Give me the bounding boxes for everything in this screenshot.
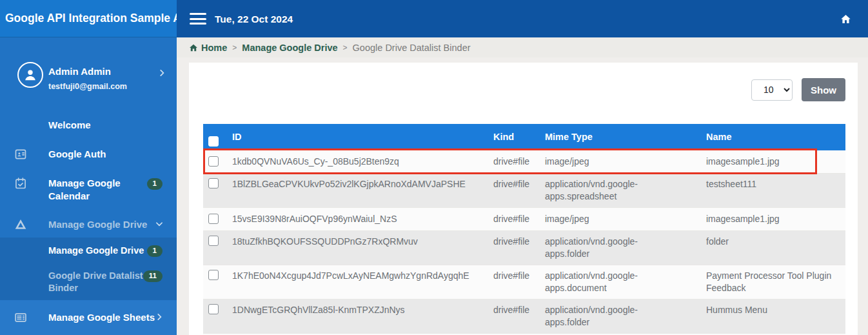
chevron-down-icon xyxy=(155,219,164,230)
row-checkbox[interactable] xyxy=(208,270,219,280)
cell-id: 18tuZfkhBQKOUFSSQUDDPnGz7RxQRMvuv xyxy=(226,231,487,265)
cell-kind: drive#file xyxy=(487,150,538,174)
table-row: 1kdb0QVNuVA6Us_Cy-_08Bu5j2Bten9zq drive#… xyxy=(203,150,845,174)
table-row: 18tuZfkhBQKOUFSSQUDDPnGz7RxQRMvuv drive#… xyxy=(203,231,845,265)
calendar-icon xyxy=(14,177,27,190)
cell-kind: drive#file xyxy=(487,265,538,299)
drive-files-table-wrap: ID Kind Mime Type Name 1kdb0QVNuVA6Us_Cy… xyxy=(203,124,845,335)
row-checkbox[interactable] xyxy=(208,214,219,224)
user-name: Admin Admin xyxy=(48,66,111,77)
count-badge: 11 xyxy=(143,270,163,282)
sidebar-subitem-google-drive-datalist-binder[interactable]: Google Drive Datalist Binder 11 xyxy=(0,270,177,294)
sidebar-item-manage-google-sheets[interactable]: Manage Google Sheets xyxy=(0,300,177,335)
cell-id: 1BlZBLGeaCPVKUkvPo52iv2lKGjpkARnoXdAMVJa… xyxy=(226,174,487,208)
count-badge: 1 xyxy=(147,178,163,190)
show-button[interactable]: Show xyxy=(802,78,845,101)
cell-id: 1kdb0QVNuVA6Us_Cy-_08Bu5j2Bten9zq xyxy=(226,150,487,174)
sidebar-item-welcome[interactable]: Welcome xyxy=(0,119,177,132)
breadcrumb-home-link[interactable]: Home xyxy=(201,43,227,53)
sidebar-item-label: Manage Google Calendar xyxy=(48,177,135,203)
drive-icon xyxy=(14,218,27,231)
cell-name: folder xyxy=(706,236,729,248)
user-avatar-icon xyxy=(17,62,43,88)
sidebar-item-manage-google-calendar[interactable]: Manage Google Calendar 1 xyxy=(0,177,177,203)
id-card-icon xyxy=(14,148,27,161)
row-checkbox[interactable] xyxy=(208,236,219,246)
select-all-checkbox[interactable] xyxy=(208,136,219,147)
topbar: Tue, 22 Oct 2024 xyxy=(177,0,868,37)
cell-mime: application/vnd.google-apps.spreadsheet xyxy=(545,178,660,203)
sidebar-item-google-auth[interactable]: Google Auth xyxy=(0,148,177,161)
cell-id: 15vsE9I39N8rAuiOQFVp96ynWaiul_NzS xyxy=(226,208,487,231)
column-header-mime: Mime Type xyxy=(538,124,700,150)
count-badge: 1 xyxy=(147,245,163,257)
cell-name: imagesample1.jpg xyxy=(706,213,780,225)
cell-mime: application/vnd.google-apps.folder xyxy=(545,304,660,329)
cell-mime: application/vnd.google-apps.folder xyxy=(545,236,660,260)
sheets-icon xyxy=(14,311,27,324)
cell-mime: image/jpeg xyxy=(545,213,589,225)
sidebar-item-label: Welcome xyxy=(48,119,177,132)
column-header-id: ID xyxy=(226,124,487,150)
cell-id: 1K7hE0oN4Xcgup4Jd7PcwLxAyNEAMgwhzYgnRdAy… xyxy=(226,265,487,299)
sidebar-subitem-manage-google-drive[interactable]: Manage Google Drive 1 xyxy=(0,245,177,257)
table-header-row: ID Kind Mime Type Name xyxy=(203,124,845,150)
sidebar-item-manage-google-drive[interactable]: Manage Google Drive xyxy=(0,218,177,231)
hamburger-menu-icon[interactable] xyxy=(190,13,206,25)
home-icon xyxy=(189,43,198,52)
cell-name: imagesample1.jpg xyxy=(706,156,780,168)
row-checkbox[interactable] xyxy=(208,156,219,167)
cell-name: Hummus Menu xyxy=(706,304,767,316)
sidebar-item-label: Google Auth xyxy=(48,148,177,161)
home-icon[interactable] xyxy=(840,14,851,27)
datalist-card: 10 Show ID Kind Mime Type Name xyxy=(189,63,858,335)
drive-files-table: ID Kind Mime Type Name 1kdb0QVNuVA6Us_Cy… xyxy=(203,124,845,335)
content-area: 10 Show ID Kind Mime Type Name xyxy=(177,57,868,335)
breadcrumb: Home > Manage Google Drive > Google Driv… xyxy=(177,37,868,57)
drive-submenu: Manage Google Drive 1 Google Drive Datal… xyxy=(0,238,177,300)
cell-id: 1DNwgETcGRQhVllZa85l-KnmTPXZJnNys xyxy=(226,299,487,334)
cell-name: Payment Processor Tool Plugin Feedback xyxy=(706,270,839,294)
cell-name: testsheet111 xyxy=(706,178,756,190)
row-checkbox[interactable] xyxy=(208,178,219,188)
cell-kind: drive#file xyxy=(487,174,538,208)
chevron-right-icon xyxy=(155,312,164,323)
cell-mime: image/jpeg xyxy=(545,156,589,168)
row-checkbox[interactable] xyxy=(208,304,219,314)
page-size-select[interactable]: 10 xyxy=(751,79,793,101)
table-row: 1DNwgETcGRQhVllZa85l-KnmTPXZJnNys drive#… xyxy=(203,299,845,334)
chevron-right-icon xyxy=(157,68,166,80)
cell-kind: drive#file xyxy=(487,208,538,231)
breadcrumb-separator: > xyxy=(343,43,348,52)
cell-kind: drive#file xyxy=(487,299,538,334)
table-row: 15vsE9I39N8rAuiOQFVp96ynWaiul_NzS drive#… xyxy=(203,208,845,231)
sidebar: Google API Integration Sample A Admin Ad… xyxy=(0,0,177,335)
app-title: Google API Integration Sample A xyxy=(0,0,177,37)
breadcrumb-manage-google-drive-link[interactable]: Manage Google Drive xyxy=(242,43,337,53)
table-row: 1K7hE0oN4Xcgup4Jd7PcwLxAyNEAMgwhzYgnRdAy… xyxy=(203,265,845,299)
table-row: 1BlZBLGeaCPVKUkvPo52iv2lKGjpkARnoXdAMVJa… xyxy=(203,174,845,208)
column-header-kind: Kind xyxy=(487,124,538,150)
cell-kind: drive#file xyxy=(487,231,538,265)
breadcrumb-current: Google Drive Datalist Binder xyxy=(353,43,471,53)
topbar-date: Tue, 22 Oct 2024 xyxy=(215,14,293,25)
user-email: testfuji0@gmail.com xyxy=(48,82,127,91)
pagination-controls: 10 Show xyxy=(751,78,845,101)
breadcrumb-separator: > xyxy=(232,43,237,52)
cell-mime: application/vnd.google-apps.document xyxy=(545,270,660,294)
sidebar-item-label: Google Drive Datalist Binder xyxy=(48,270,152,294)
column-header-name: Name xyxy=(700,124,845,150)
user-panel[interactable]: Admin Admin testfuji0@gmail.com xyxy=(0,37,177,110)
